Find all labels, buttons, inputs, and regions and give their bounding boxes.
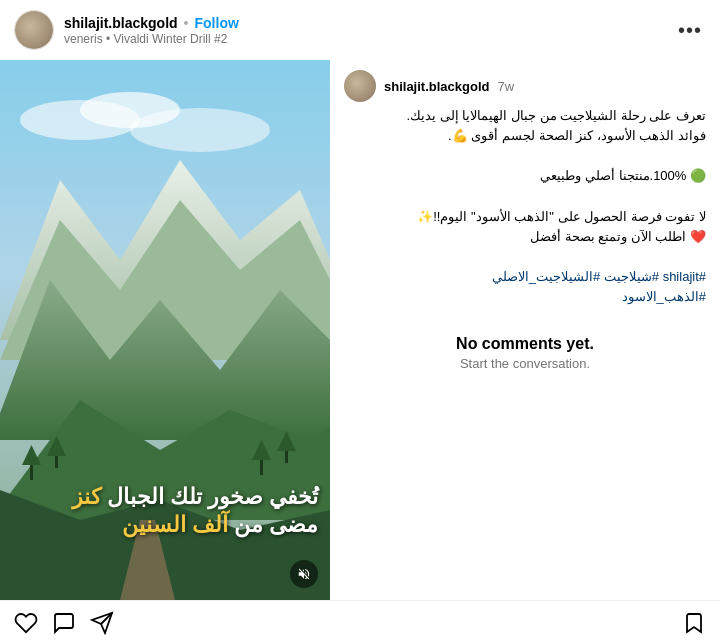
bookmark-icon[interactable] [682,611,706,639]
avatar [14,10,54,50]
caption-time: 7w [497,79,514,94]
caption-username: shilajit.blackgold [384,79,489,94]
post-body: تُخفي صخور تلك الجبال كنز مضى من آلف الس… [0,60,720,600]
caption-hashtags-2: #الذهب_الاسود [622,289,706,304]
caption-line-5: ❤️ اطلب الآن وتمتع بصحة أفضل [530,229,706,244]
dot-separator: • [184,15,189,31]
post-header: shilajit.blackgold • Follow veneris • Vi… [0,0,720,60]
caption-line-2: فوائد الذهب الأسود، كنز الصحة لجسم أقوى … [448,128,706,143]
like-icon[interactable] [14,611,38,639]
post-right-panel: shilajit.blackgold 7w تعرف على رحلة الشي… [330,60,720,600]
volume-icon[interactable] [290,560,318,588]
caption-header: shilajit.blackgold 7w [344,70,706,102]
post-actions-bar [0,601,720,643]
post-subtitle: veneris • Vivaldi Winter Drill #2 [64,32,664,46]
overlay-line2: مضى من آلف السنين [122,512,318,537]
post-image: تُخفي صخور تلك الجبال كنز مضى من آلف الس… [0,60,330,600]
image-overlay-text: تُخفي صخور تلك الجبال كنز مضى من آلف الس… [12,483,318,540]
follow-button[interactable]: Follow [195,15,239,31]
caption-line-4: لا تفوت فرصة الحصول على "الذهب الأسود" ا… [417,209,706,224]
comment-icon[interactable] [52,611,76,639]
no-comments-title: No comments yet. [344,335,706,353]
more-options-icon[interactable]: ••• [674,19,706,42]
caption-line-3: 🟢 100%.منتجنا أصلي وطبيعي [540,168,706,183]
header-info: shilajit.blackgold • Follow veneris • Vi… [64,15,664,46]
username: shilajit.blackgold [64,15,178,31]
caption-text: تعرف على رحلة الشيلاجيت من جبال الهيمالا… [344,106,706,307]
caption-line-1: تعرف على رحلة الشيلاجيت من جبال الهيمالا… [406,108,706,123]
svg-point-3 [130,108,270,152]
post-container: shilajit.blackgold • Follow veneris • Vi… [0,0,720,643]
no-comments-subtitle: Start the conversation. [344,356,706,371]
caption-avatar [344,70,376,102]
header-top-row: shilajit.blackgold • Follow [64,15,664,31]
overlay-line1: تُخفي صخور تلك الجبال كنز [72,484,318,509]
share-icon[interactable] [90,611,114,639]
caption-hashtags-1: #shilajit #شيلاجيت #الشيلاجيت_الاصلي [492,269,706,284]
no-comments-section: No comments yet. Start the conversation. [344,335,706,371]
